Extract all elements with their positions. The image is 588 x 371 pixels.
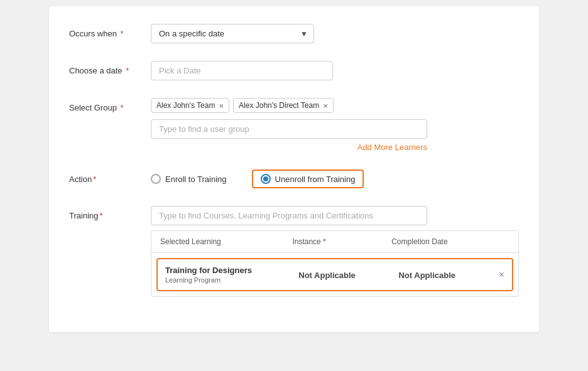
col-completion-header: Completion Date (391, 237, 491, 246)
col-learning-header: Selected Learning (160, 237, 292, 246)
row-completion: Not Applicable (398, 269, 498, 281)
choose-date-row: Choose a date * (69, 61, 519, 80)
group-control: Alex John's Team × Alex John's Direct Te… (151, 98, 519, 152)
tag-close-icon[interactable]: × (219, 102, 224, 110)
learning-type: Learning Program (165, 276, 298, 284)
training-label: Training* (69, 206, 151, 220)
label-text: Occurs when (69, 29, 117, 38)
radio-unenroll-icon (261, 174, 271, 184)
unenroll-option-box[interactable]: Unenroll from Training (252, 169, 364, 188)
col-action-header (491, 237, 509, 246)
enroll-option[interactable]: Enroll to Training (151, 174, 227, 184)
tag-alex-team: Alex John's Team × (151, 98, 229, 113)
action-control: Enroll to Training Unenroll from Trainin… (151, 169, 519, 188)
required-marker: * (118, 29, 124, 38)
occurs-when-label: Occurs when * (69, 24, 151, 38)
label-text: Action (69, 175, 92, 184)
completion-value: Not Applicable (398, 271, 455, 280)
group-search-input[interactable] (151, 119, 427, 139)
required-marker: * (118, 103, 124, 112)
instance-value: Not Applicable (298, 271, 356, 280)
learning-name: Training for Designers (165, 266, 298, 275)
action-row: Action* Enroll to Training Unenroll from… (69, 169, 519, 188)
select-group-row: Select Group * Alex John's Team × Alex J… (69, 98, 519, 152)
tag-label: Alex John's Team (156, 101, 215, 110)
tag-alex-direct-team: Alex John's Direct Team × (233, 98, 334, 113)
table-header: Selected Learning Instance * Completion … (151, 231, 518, 253)
add-more-learners-link[interactable]: Add More Learners (151, 142, 427, 152)
required-marker: * (93, 175, 96, 184)
required-marker: * (124, 66, 129, 75)
choose-date-label: Choose a date * (69, 61, 151, 75)
action-options: Enroll to Training Unenroll from Trainin… (151, 169, 519, 188)
form-container: Occurs when * On a specific date ▼ Choos… (49, 6, 539, 332)
occurs-when-select[interactable]: On a specific date (151, 24, 314, 43)
training-search-input[interactable] (151, 206, 427, 225)
tag-close-icon[interactable]: × (323, 102, 328, 110)
tag-label: Alex John's Direct Team (239, 101, 319, 110)
action-label: Action* (69, 169, 151, 184)
label-text: Select Group (69, 103, 117, 112)
row-close-icon[interactable]: × (499, 269, 504, 281)
training-table: Selected Learning Instance * Completion … (151, 230, 519, 297)
label-text: Choose a date (69, 66, 122, 75)
occurs-when-select-wrapper: On a specific date ▼ (151, 24, 314, 43)
training-row: Training* Selected Learning Instance * C… (69, 206, 519, 297)
required-marker: * (99, 211, 102, 220)
row-instance: Not Applicable (298, 269, 398, 281)
training-control: Selected Learning Instance * Completion … (151, 206, 519, 297)
date-control (151, 61, 519, 80)
table-row: Training for Designers Learning Program … (156, 258, 513, 291)
col-instance-header: Instance * (292, 237, 391, 246)
date-input[interactable] (151, 61, 333, 80)
occurs-when-control: On a specific date ▼ (151, 24, 519, 43)
label-text: Training (69, 211, 98, 220)
select-group-label: Select Group * (69, 98, 151, 112)
occurs-when-row: Occurs when * On a specific date ▼ (69, 24, 519, 43)
row-learning: Training for Designers Learning Program (165, 266, 298, 284)
radio-enroll-icon (151, 174, 161, 184)
enroll-label: Enroll to Training (165, 175, 227, 184)
unenroll-label: Unenroll from Training (275, 175, 356, 184)
tags-area: Alex John's Team × Alex John's Direct Te… (151, 98, 519, 113)
